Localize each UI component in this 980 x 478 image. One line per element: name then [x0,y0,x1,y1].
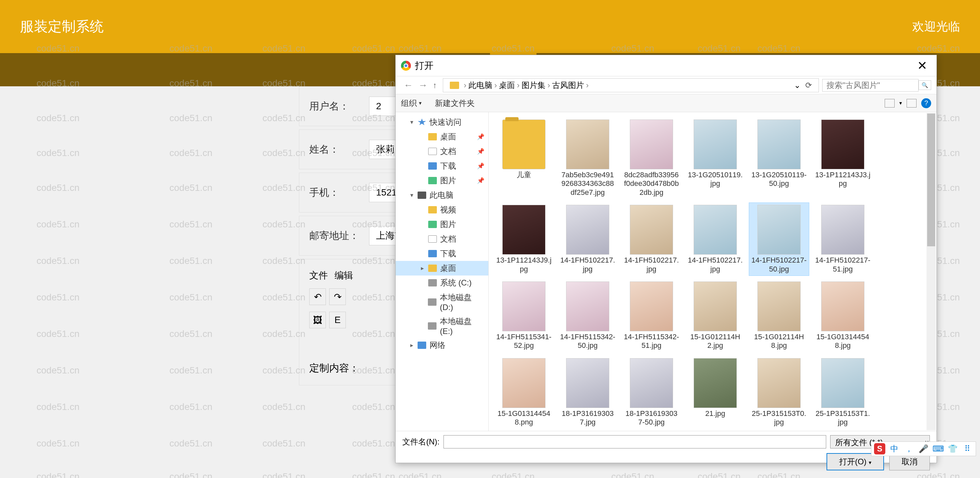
sidebar-item[interactable]: ▸网络 [396,338,488,353]
file-item[interactable]: 14-1FH5115342-50.jpg [558,279,617,352]
watermark: code51.cn [37,256,80,266]
file-item[interactable]: 14-1FH5115341-52.jpg [494,279,554,352]
watermark: code51.cn [169,292,212,303]
watermark: code51.cn [169,438,212,449]
file-item[interactable]: 21.jpg [685,356,745,429]
scrollbar-thumb[interactable] [927,114,935,246]
file-item[interactable]: 15-1G012114H8.jpg [749,279,809,352]
mic-icon[interactable]: 🎤 [918,443,929,454]
file-name: 儿童 [517,171,531,179]
up-icon[interactable]: ↑ [430,81,439,90]
redo-icon[interactable]: ↷ [329,289,346,305]
menu-icon[interactable]: ⠿ [962,443,973,454]
file-name: 13-1P112143J9.jpg [496,256,552,273]
star-icon [418,119,426,126]
watermark: code51.cn [352,402,395,412]
file-item[interactable]: 13-1G20510119-50.jpg [749,118,809,199]
watermark: code51.cn [169,183,212,193]
scrollbar[interactable] [926,113,936,430]
close-icon[interactable]: ✕ [913,59,931,73]
file-item[interactable]: 儿童 [494,118,554,199]
sidebar-item[interactable]: 文档 [396,232,488,246]
app-title: 服装定制系统 [20,17,103,36]
watermark: code51.cn [169,365,212,376]
back-icon[interactable]: ← [401,80,415,91]
keyboard-icon[interactable]: ⌨ [932,443,944,454]
refresh-icon[interactable]: ⟳ [803,81,815,90]
organize-menu[interactable]: 组织▾ [401,98,422,108]
sidebar-item[interactable]: 系统 (C:) [396,276,488,290]
disk-icon [428,279,437,286]
bc-item[interactable]: 此电脑 [468,80,492,91]
dropdown-icon[interactable]: ⌄ [794,81,800,90]
watermark: code51.cn [37,438,80,449]
sidebar-item[interactable]: ▾此电脑 [396,188,488,202]
sidebar-item[interactable]: 下载📌 [396,159,488,173]
file-item[interactable]: 14-1FH5102217.jpg [622,203,681,276]
help-icon[interactable]: ? [921,98,931,108]
file-item[interactable]: 25-1P315153T0.jpg [749,356,809,429]
view-large-icon[interactable] [885,99,895,108]
bc-item[interactable]: 古风图片 [552,80,584,91]
forward-icon[interactable]: → [415,80,430,91]
sidebar-item[interactable]: 文档📌 [396,144,488,159]
file-item[interactable]: 18-1P316193037-50.jpg [622,356,681,429]
file-item[interactable]: 8dc28adfb33956f0dee30d478b0b2db.jpg [622,118,681,199]
file-item[interactable]: 7ab5eb3c9e4919268334363c88df25e7.jpg [558,118,617,199]
image-icon[interactable]: 🖼 [309,312,326,328]
skin-icon[interactable]: 👕 [947,443,958,454]
sidebar-item[interactable]: ▸桌面 [396,261,488,276]
view-list-icon[interactable] [907,99,916,108]
file-item[interactable]: 14-1FH5102217.jpg [685,203,745,276]
dialog-nav: ← → ↑ › 此电脑› 桌面› 图片集› 古风图片› ⌄ ⟳ 🔍 [396,76,937,94]
file-item[interactable]: 15-1G012114H2.jpg [685,279,745,352]
search-icon[interactable]: 🔍 [918,80,931,90]
bc-item[interactable]: 图片集 [522,80,546,91]
file-menu[interactable]: 文件 [309,269,328,282]
thumbnail [502,358,546,408]
undo-icon[interactable]: ↶ [309,289,326,305]
sidebar-item[interactable]: 本地磁盘 (D:) [396,290,488,314]
filename-input[interactable] [444,435,826,448]
file-item[interactable]: 14-1FH5102217.jpg [558,203,617,276]
file-item[interactable]: 15-1G013144548.png [494,356,554,429]
sidebar-item[interactable]: 下载 [396,246,488,261]
file-item[interactable]: 13-1G20510119.jpg [685,118,745,199]
sidebar-item[interactable]: 桌面📌 [396,129,488,144]
ime-toolbar[interactable]: S 中 ， 🎤 ⌨ 👕 ⠿ [871,441,976,456]
pc-icon [418,192,426,199]
file-item[interactable]: 25-1P315153T1.jpg [813,356,873,429]
ime-punct-icon[interactable]: ， [903,443,915,454]
sogou-icon[interactable]: S [874,443,885,454]
search-input[interactable] [822,79,918,92]
file-name: 14-1FH5102217.jpg [624,256,679,273]
text-icon[interactable]: E [329,312,346,328]
file-name: 14-1FH5115341-52.jpg [496,333,552,350]
sidebar-item[interactable]: 图片 [396,217,488,232]
breadcrumb[interactable]: › 此电脑› 桌面› 图片集› 古风图片› ⌄ ⟳ [443,78,819,92]
view-dropdown-icon[interactable]: ▾ [899,100,902,106]
edit-menu[interactable]: 编辑 [334,269,353,282]
sidebar-item[interactable]: 本地磁盘 (E:) [396,314,488,338]
sidebar-item[interactable]: 图片📌 [396,173,488,188]
ime-lang-icon[interactable]: 中 [889,443,900,454]
file-item[interactable]: 18-1P316193037.jpg [558,356,617,429]
file-item[interactable]: 14-1FH5102217-51.jpg [813,203,873,276]
file-name: 13-1G20510119-50.jpg [751,171,807,188]
thumbnail [502,205,546,255]
file-grid[interactable]: 儿童7ab5eb3c9e4919268334363c88df25e7.jpg8d… [489,112,937,431]
bc-item[interactable]: 桌面 [499,80,515,91]
file-item[interactable]: 13-1P112143J9.jpg [494,203,554,276]
watermark: code51.cn [352,438,395,449]
sidebar-item[interactable]: 视频 [396,202,488,217]
file-item[interactable]: 13-1P112143J3.jpg [813,118,873,199]
file-name: 15-1G013144548.jpg [815,333,871,350]
file-item[interactable]: 14-1FH5102217-50.jpg [749,203,809,276]
sidebar-item[interactable]: ▾快速访问 [396,115,488,129]
new-folder-button[interactable]: 新建文件夹 [435,98,475,108]
thumbnail [630,205,673,255]
watermark: code51.cn [37,148,80,158]
file-item[interactable]: 15-1G013144548.jpg [813,279,873,352]
file-item[interactable]: 14-1FH5115342-51.jpg [622,279,681,352]
file-name: 13-1G20510119.jpg [687,171,743,188]
